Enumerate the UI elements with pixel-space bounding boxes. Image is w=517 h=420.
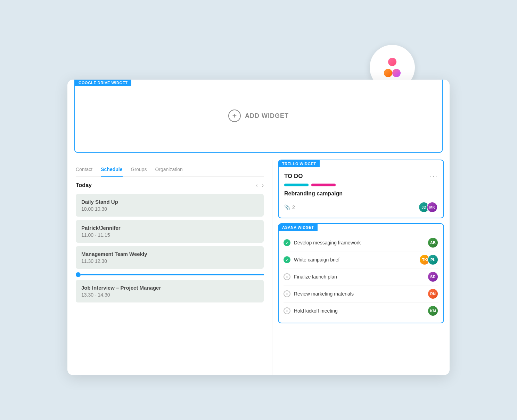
tab-schedule[interactable]: Schedule <box>101 167 122 176</box>
nav-prev[interactable]: ‹ <box>256 182 257 188</box>
schedule-item-title-1: Patrick/Jennifer <box>81 225 258 231</box>
schedule-item-time-0: 10.00 10.30 <box>81 206 258 212</box>
add-widget-area[interactable]: + ADD WIDGET <box>75 80 442 152</box>
attachment-number: 2 <box>292 204 295 210</box>
asana-avatar-4: KM <box>427 305 438 316</box>
asana-task-2: Finalize launch plan <box>294 274 337 280</box>
trello-avatars: JD MK <box>418 202 438 213</box>
check-icon-1: ✓ <box>284 256 290 263</box>
trello-header: TO DO ··· <box>284 172 438 180</box>
clickup-logo <box>383 58 402 77</box>
trello-card-title: Rebranding campaign <box>284 191 438 197</box>
right-panels: TRELLO WIDGET TO DO ··· Rebranding campa… <box>272 160 450 375</box>
progress-dot <box>76 272 81 277</box>
bottom-section: Contact Schedule Groups Organization Tod… <box>67 160 450 375</box>
schedule-item-title-0: Daily Stand Up <box>81 199 258 205</box>
asana-task-3: Review marketing materials <box>294 291 354 297</box>
attachment-icon: 📎 <box>284 204 290 210</box>
schedule-tabs: Contact Schedule Groups Organization <box>76 167 264 177</box>
asana-avatar-3: RN <box>427 288 438 299</box>
add-widget-text: ADD WIDGET <box>245 112 289 120</box>
asana-left-1: ✓ White campaign brief <box>284 256 340 263</box>
asana-left-3: ○ Review marketing materials <box>284 290 354 297</box>
google-drive-widget: GOOGLE DRIVE WIDGET + ADD WIDGET <box>74 80 443 153</box>
asana-left-4: ○ Hold kickoff meeting <box>284 307 338 314</box>
tag-cyan <box>284 184 309 186</box>
asana-item-4: ○ Hold kickoff meeting KM <box>284 302 438 319</box>
today-title: Today <box>76 182 92 188</box>
main-card: GOOGLE DRIVE WIDGET + ADD WIDGET Contact… <box>67 80 450 375</box>
add-widget-icon: + <box>228 110 241 122</box>
schedule-item-time-2: 11.30 12.30 <box>81 258 258 264</box>
asana-item-2: ○ Finalize launch plan SR <box>284 268 438 285</box>
schedule-item-3: Job Interview – Project Manager 13.30 - … <box>76 280 264 302</box>
asana-item-3: ○ Review marketing materials RN <box>284 285 438 302</box>
trello-tags <box>284 184 438 186</box>
progress-line <box>76 272 264 277</box>
asana-task-4: Hold kickoff meeting <box>294 308 338 314</box>
schedule-item-time-1: 11.00 - 11.15 <box>81 232 258 238</box>
schedule-item-title-3: Job Interview – Project Manager <box>81 285 258 291</box>
schedule-item-1: Patrick/Jennifer 11.00 - 11.15 <box>76 220 264 243</box>
trello-widget-panel: TRELLO WIDGET TO DO ··· Rebranding campa… <box>278 160 444 218</box>
progress-track <box>81 274 264 275</box>
trello-panel-content: TO DO ··· Rebranding campaign 📎 2 <box>279 167 443 218</box>
asana-avatar-2: SR <box>427 271 438 282</box>
asana-avatars-1: TK PL <box>419 254 438 265</box>
schedule-panel: Contact Schedule Groups Organization Tod… <box>67 160 272 375</box>
asana-widget-label: ASANA WIDGET <box>279 224 318 231</box>
asana-avatar-0: AB <box>427 237 438 248</box>
google-drive-label: GOOGLE DRIVE WIDGET <box>75 80 131 86</box>
schedule-item-0: Daily Stand Up 10.00 10.30 <box>76 194 264 217</box>
schedule-item-2: Management Team Weekly 11.30 12.30 <box>76 246 264 269</box>
asana-panel-content: ✓ Develop messaging framework AB ✓ White… <box>279 231 443 323</box>
asana-widget-panel: ASANA WIDGET ✓ Develop messaging framewo… <box>278 223 444 323</box>
tag-pink <box>311 184 336 186</box>
asana-task-0: Develop messaging framework <box>294 240 361 245</box>
asana-task-1: White campaign brief <box>294 257 340 262</box>
asana-left-0: ✓ Develop messaging framework <box>284 239 361 246</box>
schedule-item-time-3: 13.30 - 14.30 <box>81 292 258 298</box>
schedule-item-title-2: Management Team Weekly <box>81 251 258 257</box>
clickup-dot-left <box>384 69 392 77</box>
tab-contact[interactable]: Contact <box>76 167 92 176</box>
check-icon-0: ✓ <box>284 239 290 246</box>
attachment-count: 📎 2 <box>284 204 295 210</box>
asana-item-0: ✓ Develop messaging framework AB <box>284 234 438 251</box>
today-header: Today ‹ › <box>76 182 264 188</box>
asana-avatar-1b: PL <box>427 254 438 265</box>
trello-dots-menu[interactable]: ··· <box>430 172 438 180</box>
nav-arrows: ‹ › <box>256 182 264 188</box>
avatar-2: MK <box>427 202 438 213</box>
check-icon-2: ○ <box>284 273 290 280</box>
trello-widget-label: TRELLO WIDGET <box>279 160 320 167</box>
trello-todo-title: TO DO <box>284 173 303 180</box>
asana-left-2: ○ Finalize launch plan <box>284 273 337 280</box>
clickup-dot-top <box>388 58 396 66</box>
trello-card-footer: 📎 2 JD MK <box>284 202 438 213</box>
check-icon-4: ○ <box>284 307 290 314</box>
tab-organization[interactable]: Organization <box>155 167 182 176</box>
nav-next[interactable]: › <box>262 182 264 188</box>
check-icon-3: ○ <box>284 290 290 297</box>
asana-item-1: ✓ White campaign brief TK PL <box>284 251 438 268</box>
clickup-dot-right <box>392 69 401 77</box>
tab-groups[interactable]: Groups <box>131 167 147 176</box>
